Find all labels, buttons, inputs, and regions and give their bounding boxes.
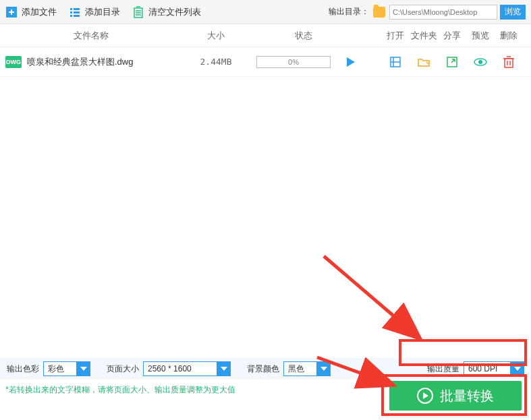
header-size: 大小 xyxy=(182,30,250,42)
quality-select[interactable]: 600 DPI xyxy=(464,361,524,376)
output-dir-input[interactable] xyxy=(389,5,497,20)
open-button[interactable] xyxy=(381,55,410,69)
preview-button[interactable] xyxy=(466,55,495,69)
svg-rect-12 xyxy=(505,59,513,67)
output-dir-label: 输出目录： xyxy=(329,6,369,18)
dwg-file-icon: DWG xyxy=(5,56,22,68)
clear-list-button[interactable]: 清空文件列表 xyxy=(132,6,201,18)
svg-rect-2 xyxy=(74,8,80,10)
svg-rect-6 xyxy=(74,15,80,17)
color-select[interactable]: 彩色 xyxy=(43,361,90,376)
list-icon xyxy=(69,6,81,18)
folder-icon xyxy=(373,7,385,18)
add-dir-button[interactable]: 添加目录 xyxy=(69,6,120,18)
bg-label: 背景颜色 xyxy=(247,363,279,375)
clear-list-label: 清空文件列表 xyxy=(148,6,201,18)
page-value: 2560 * 1600 xyxy=(143,361,217,376)
bg-value: 黑色 xyxy=(283,361,317,376)
list-header: 文件名称 大小 状态 打开 文件夹 分享 预览 删除 xyxy=(0,24,531,47)
svg-rect-5 xyxy=(70,15,72,17)
folder-button[interactable] xyxy=(410,55,438,69)
table-row: DWG 喷泉和经典盆景大样图.dwg 2.44MB 0% xyxy=(0,47,531,77)
file-size: 2.44MB xyxy=(182,57,250,67)
clear-icon xyxy=(132,6,144,18)
page-select[interactable]: 2560 * 1600 xyxy=(143,361,231,376)
share-button[interactable] xyxy=(438,55,466,69)
color-value: 彩色 xyxy=(43,361,77,376)
svg-point-11 xyxy=(478,60,482,64)
hint-text: *若转换出来的文字模糊，请将页面大小、输出质量调整为更大值 xyxy=(5,384,235,396)
chevron-down-icon[interactable] xyxy=(511,361,524,376)
header-preview: 预览 xyxy=(466,30,495,42)
chevron-down-icon[interactable] xyxy=(77,361,90,376)
play-button[interactable] xyxy=(347,57,355,67)
add-file-button[interactable]: 添加文件 xyxy=(5,6,57,18)
header-name: 文件名称 xyxy=(0,30,182,42)
header-share: 分享 xyxy=(438,30,466,42)
svg-rect-4 xyxy=(74,11,80,13)
header-status: 状态 xyxy=(250,30,358,42)
file-name: 喷泉和经典盆景大样图.dwg xyxy=(27,56,182,68)
add-file-label: 添加文件 xyxy=(22,6,57,18)
settings-bar: 输出色彩 彩色 页面大小 2560 * 1600 背景颜色 黑色 输出质量 60… xyxy=(0,358,531,380)
svg-rect-3 xyxy=(70,11,72,13)
bg-select[interactable]: 黑色 xyxy=(283,361,331,376)
browse-button[interactable]: 浏览 xyxy=(500,5,526,20)
batch-convert-button[interactable]: 批量转换 xyxy=(389,381,522,411)
progress-bar: 0% xyxy=(256,56,331,68)
header-open: 打开 xyxy=(381,30,410,42)
quality-label: 输出质量 xyxy=(427,363,459,375)
file-list: DWG 喷泉和经典盆景大样图.dwg 2.44MB 0% xyxy=(0,47,531,351)
chevron-down-icon[interactable] xyxy=(217,361,231,376)
add-file-icon xyxy=(5,6,18,18)
quality-value: 600 DPI xyxy=(464,361,511,376)
progress-cell: 0% xyxy=(250,56,337,68)
play-circle-icon xyxy=(417,388,433,404)
convert-label: 批量转换 xyxy=(440,387,494,405)
page-label: 页面大小 xyxy=(107,363,139,375)
svg-rect-1 xyxy=(70,8,72,10)
color-label: 输出色彩 xyxy=(7,363,39,375)
toolbar: 添加文件 添加目录 清空文件列表 输出目录： 浏览 xyxy=(0,0,531,24)
header-delete: 删除 xyxy=(495,30,523,42)
chevron-down-icon[interactable] xyxy=(317,361,331,376)
add-dir-label: 添加目录 xyxy=(85,6,120,18)
header-folder: 文件夹 xyxy=(410,30,438,42)
delete-button[interactable] xyxy=(495,55,523,69)
